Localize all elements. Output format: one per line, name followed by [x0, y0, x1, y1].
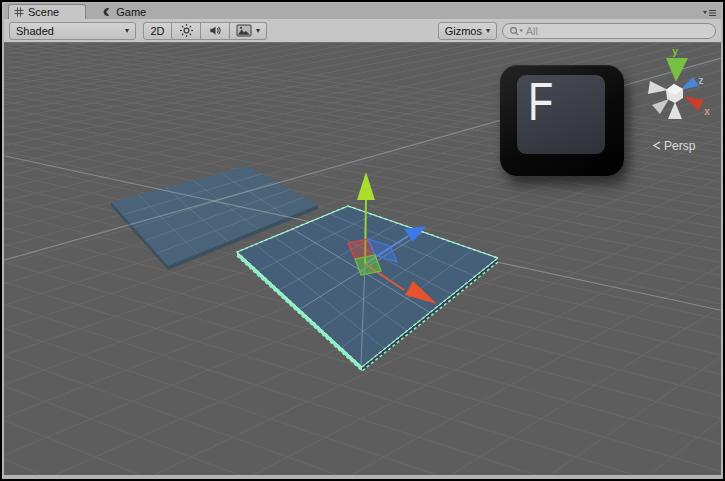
gizmos-dropdown[interactable]: Gizmos ▾: [438, 22, 497, 40]
speaker-icon: [208, 23, 223, 38]
projection-label[interactable]: Persp: [664, 139, 696, 153]
scene-viewport[interactable]: y z x Persp F: [4, 43, 721, 475]
chevron-down-icon: ▾: [256, 27, 260, 35]
image-icon: [236, 24, 252, 37]
game-icon: [100, 6, 112, 18]
axis-z-label[interactable]: z: [699, 75, 704, 86]
tab-options-icon[interactable]: [701, 7, 717, 19]
toggle-2d-label: 2D: [150, 25, 164, 37]
tab-bar: Scene Game: [4, 3, 721, 19]
window-frame: Scene Game Shaded ▾: [2, 2, 723, 479]
search-field[interactable]: [502, 23, 716, 39]
unity-scene-window: Scene Game Shaded ▾: [0, 0, 725, 481]
tab-scene[interactable]: Scene: [8, 4, 86, 19]
sun-icon: [179, 23, 194, 38]
toggle-2d-button[interactable]: 2D: [143, 22, 172, 40]
tab-game[interactable]: Game: [92, 4, 154, 19]
scene-grid-icon: [14, 7, 24, 17]
tab-scene-label: Scene: [28, 6, 59, 18]
chevron-down-icon: ▾: [486, 27, 490, 35]
audio-toggle-button[interactable]: [201, 22, 230, 40]
lighting-toggle-button[interactable]: [172, 22, 201, 40]
view-toggle-group: 2D: [143, 22, 267, 40]
scene-toolbar: Shaded ▾ 2D: [4, 19, 721, 43]
f-key-label: F: [528, 75, 553, 129]
axis-x-label[interactable]: x: [704, 106, 710, 117]
menu-lines-icon: [701, 8, 717, 18]
f-keycap-face: F: [517, 75, 605, 154]
search-input[interactable]: [526, 25, 711, 37]
effects-dropdown-button[interactable]: ▾: [230, 22, 267, 40]
draw-mode-label: Shaded: [16, 25, 54, 37]
tab-game-label: Game: [116, 6, 146, 18]
search-icon: [509, 25, 524, 37]
axis-y-label[interactable]: y: [672, 46, 678, 57]
chevron-down-icon: ▾: [125, 27, 129, 35]
gizmos-label: Gizmos: [445, 25, 482, 37]
f-key-overlay: F: [500, 65, 624, 176]
draw-mode-dropdown[interactable]: Shaded ▾: [9, 22, 136, 40]
